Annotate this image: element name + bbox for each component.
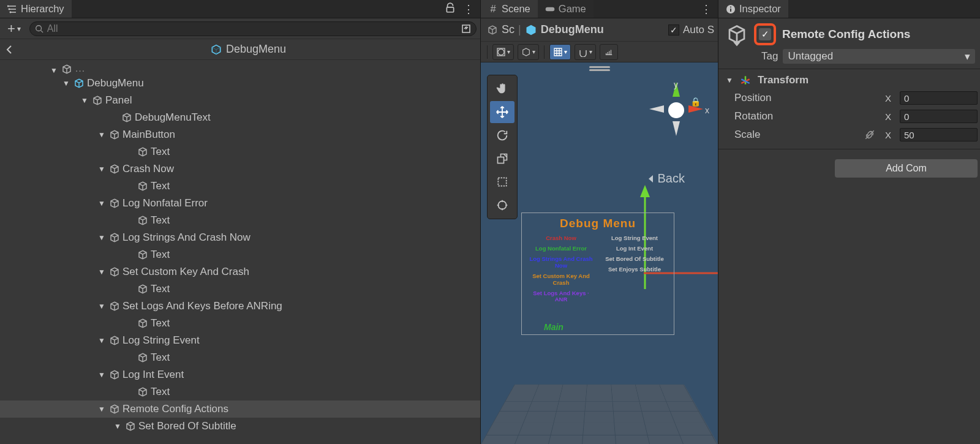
debug-menu-item[interactable]: Log Int Event xyxy=(600,246,669,252)
foldout-icon[interactable]: ▼ xyxy=(97,302,107,310)
enabled-checkbox[interactable]: ✓ xyxy=(759,28,771,40)
rect-tool[interactable] xyxy=(490,171,514,193)
value-field[interactable]: 50 xyxy=(900,128,978,141)
tree-row[interactable]: ▼Remote Config Actions xyxy=(0,401,480,418)
back-button-object[interactable]: Back xyxy=(647,171,685,186)
tag-label: Tag xyxy=(761,50,778,62)
svg-marker-17 xyxy=(673,121,680,136)
tree-row[interactable]: ▼Log Strings And Crash Now xyxy=(0,229,480,246)
debug-menu-item[interactable]: Crash Now xyxy=(527,235,595,242)
debug-menu-item[interactable]: Set Enjoys Subtitle xyxy=(600,266,669,273)
debug-menu-main[interactable]: Main xyxy=(527,322,669,332)
tree-item-label: Log Strings And Crash Now xyxy=(123,231,251,244)
foldout-icon[interactable]: ▼ xyxy=(97,405,107,413)
foldout-icon[interactable]: ▼ xyxy=(113,422,123,431)
tree-row[interactable]: Text xyxy=(0,212,480,229)
tree-row[interactable]: ▼Log String Event xyxy=(0,332,480,349)
transform-component-header[interactable]: ▼ Transform xyxy=(718,69,980,91)
hierarchy-tree[interactable]: ▼…▼DebugMenu▼PanelDebugMenuText▼MainButt… xyxy=(0,60,480,444)
enabled-checkbox-highlight: ✓ xyxy=(754,23,776,45)
breadcrumb-label[interactable]: DebugMenu xyxy=(226,43,286,56)
kebab-icon[interactable]: ⋮ xyxy=(695,2,718,16)
tree-row[interactable]: ▼Crash Now xyxy=(0,160,480,178)
foldout-icon[interactable]: ▼ xyxy=(97,130,107,139)
foldout-icon[interactable]: ▼ xyxy=(61,79,71,88)
foldout-icon[interactable]: ▼ xyxy=(97,268,107,276)
game-tab[interactable]: Game xyxy=(538,0,594,18)
tree-row[interactable]: Text xyxy=(0,246,480,263)
shading-dropdown[interactable]: ▾ xyxy=(492,44,514,60)
gameobject-icon[interactable] xyxy=(726,23,748,45)
tree-row[interactable]: ▼Panel xyxy=(0,92,480,109)
snap-toggle[interactable]: ▾ xyxy=(575,44,596,60)
scene-viewport[interactable]: y x 🔒 Back Debug Menu Crash NowLog Nonfa… xyxy=(481,62,718,444)
tree-row[interactable]: ▼Log Int Event xyxy=(0,366,480,383)
object-name-field[interactable]: Remote Config Actions xyxy=(782,28,910,41)
tree-row[interactable]: Text xyxy=(0,280,480,298)
hierarchy-tab[interactable]: Hierarchy xyxy=(0,0,72,18)
debug-menu-item[interactable]: Log Strings And Crash Now xyxy=(527,256,595,269)
tree-row[interactable]: Text xyxy=(0,143,480,160)
move-tool[interactable] xyxy=(490,101,514,123)
auto-save-checkbox[interactable]: ✓ Auto S xyxy=(668,24,714,36)
debug-menu-item[interactable]: Log String Event xyxy=(600,235,669,242)
breadcrumb-back[interactable] xyxy=(5,45,15,55)
tree-row[interactable]: ▼… xyxy=(0,61,480,75)
scale-tool[interactable] xyxy=(490,148,514,170)
debug-menu-object[interactable]: Debug Menu Crash NowLog Nonfatal ErrorLo… xyxy=(521,213,674,335)
tree-row[interactable]: Text xyxy=(0,349,480,366)
kebab-icon[interactable]: ⋮ xyxy=(463,2,474,16)
rotate-tool[interactable] xyxy=(490,124,514,146)
tree-row[interactable]: DebugMenuText xyxy=(0,109,480,126)
drag-handle-icon[interactable] xyxy=(589,66,610,68)
draw-mode-dropdown[interactable]: ▾ xyxy=(518,44,539,60)
transform-tool[interactable] xyxy=(490,194,514,216)
scene-tab[interactable]: # Scene xyxy=(481,0,538,18)
search-expand-icon[interactable] xyxy=(461,24,471,34)
value-field[interactable]: 0 xyxy=(900,110,978,123)
auto-save-label: Auto S xyxy=(683,24,714,36)
increment-snap[interactable] xyxy=(600,44,618,60)
tree-row[interactable]: ▼Set Bored Of Subtitle xyxy=(0,418,480,435)
tree-row[interactable]: ▼MainButton xyxy=(0,126,480,143)
tree-row[interactable]: ▼Set Custom Key And Crash xyxy=(0,263,480,280)
foldout-icon[interactable]: ▼ xyxy=(97,336,107,345)
cube-icon xyxy=(137,318,148,329)
foldout-icon[interactable]: ▼ xyxy=(80,96,89,105)
add-component-button[interactable]: Add Com xyxy=(835,159,978,178)
svg-rect-6 xyxy=(447,7,453,12)
debug-menu-item[interactable]: Set Custom Key And Crash xyxy=(527,273,595,287)
tree-item-label: Log String Event xyxy=(123,334,200,347)
foldout-icon[interactable]: ▼ xyxy=(97,371,107,379)
tree-item-label: Text xyxy=(151,352,170,364)
cube-icon xyxy=(74,78,85,89)
foldout-icon[interactable]: ▼ xyxy=(97,199,107,208)
tree-row[interactable]: Text xyxy=(0,178,480,195)
grid-toggle[interactable]: ▾ xyxy=(549,44,571,60)
tree-row[interactable]: ▼Log Nonfatal Error xyxy=(0,195,480,212)
tree-row[interactable]: ▼Set Logs And Keys Before ANRing xyxy=(0,298,480,315)
tag-dropdown[interactable]: Untagged ▾ xyxy=(783,49,975,64)
lock-icon[interactable] xyxy=(445,2,456,16)
orientation-gizmo[interactable]: y x xyxy=(648,81,704,137)
tree-row[interactable]: Text xyxy=(0,315,480,332)
foldout-icon[interactable]: ▼ xyxy=(97,233,107,242)
cube-icon xyxy=(109,369,120,380)
gizmo-lock-icon[interactable]: 🔒 xyxy=(690,97,701,107)
hierarchy-search[interactable]: All xyxy=(29,21,477,36)
create-button[interactable]: + ▾ xyxy=(4,21,24,37)
inspector-tab[interactable]: Inspector xyxy=(718,0,788,18)
hand-tool[interactable] xyxy=(490,78,514,100)
debug-menu-item[interactable]: Set Logs And Keys · ANR xyxy=(527,290,595,304)
scene-bc-right[interactable]: DebugMenu xyxy=(541,23,604,36)
value-field[interactable]: 0 xyxy=(900,91,978,105)
tree-row[interactable]: Text xyxy=(0,383,480,401)
debug-menu-item[interactable]: Set Bored Of Subtitle xyxy=(600,256,669,263)
foldout-icon[interactable]: ▼ xyxy=(97,165,107,173)
foldout-icon: ▼ xyxy=(726,76,733,85)
scene-bc-left[interactable]: Sc xyxy=(502,23,514,36)
cube-icon xyxy=(487,24,498,36)
tree-row[interactable]: ▼DebugMenu xyxy=(0,75,480,92)
link-icon[interactable] xyxy=(863,129,876,140)
debug-menu-item[interactable]: Log Nonfatal Error xyxy=(527,246,595,252)
